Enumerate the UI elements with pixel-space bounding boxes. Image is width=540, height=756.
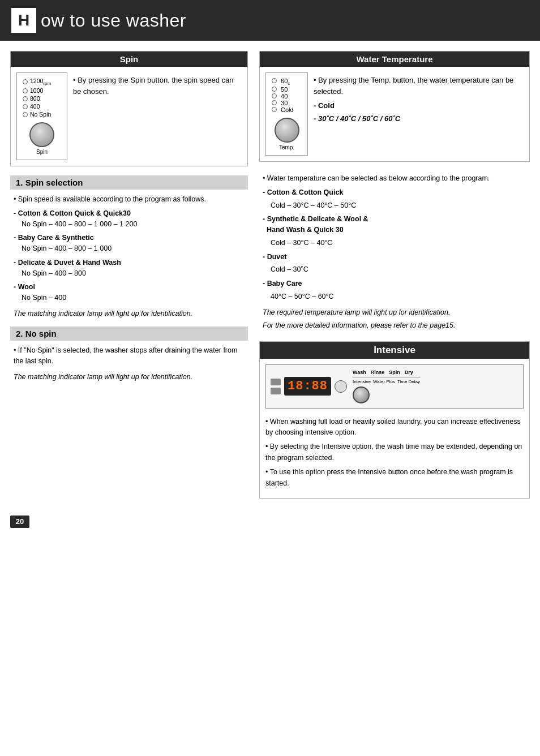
spin-note: The matching indicator lamp will light u…: [14, 309, 245, 319]
main-content: Spin 1200rpm 1000 800: [0, 51, 540, 499]
water-temp-body: 60c 50 40 30: [260, 67, 529, 161]
tab-wash: Wash: [353, 370, 366, 375]
sub-waterplus: Water Plus: [373, 379, 395, 384]
rpm-1000: 1000: [23, 87, 61, 94]
rpm-circle: [23, 112, 28, 117]
temp-label: Cold: [281, 106, 294, 113]
rpm-circle: [23, 96, 28, 101]
spin-intro: • Spin speed is available according to t…: [14, 194, 245, 205]
water-temp-header: Water Temperature: [260, 51, 529, 67]
tab-row: Wash Rinse Spin Dry: [353, 370, 420, 377]
wt-cotton-label: - Cotton & Cotton Quick: [263, 187, 526, 198]
rpm-label: No Spin: [30, 111, 51, 118]
rpm-circle: [23, 79, 28, 84]
wt-synthetic-sub: Cold – 30°C – 40°C: [263, 238, 526, 248]
spin-selection-title: 1. Spin selection: [10, 175, 248, 190]
spin-selection-section: 1. Spin selection • Spin speed is availa…: [10, 175, 248, 319]
spin-knob-label: Spin: [23, 149, 61, 155]
rpm-label: 1000: [30, 87, 43, 94]
temp-label: 50: [281, 86, 288, 93]
water-temp-details: • Water temperature can be selected as b…: [259, 171, 530, 336]
temp-circle: [272, 100, 277, 105]
sub-timedelay: Time Delay: [397, 379, 420, 384]
temp-knob[interactable]: [275, 118, 299, 143]
intensive-display: 18:88 Wash Rinse Spin Dry Intensive Wate…: [265, 364, 524, 409]
intensive-header: Intensive: [260, 342, 529, 359]
intensive-bullet-2: By selecting the Intensive option, the w…: [265, 441, 524, 463]
intensive-bullet-3: To use this option press the Intensive b…: [265, 467, 524, 489]
temp-circle: [272, 93, 277, 98]
temp-50: 50: [272, 86, 302, 93]
display-dial-icon: [335, 380, 347, 393]
sub-intensive: Intensive: [353, 379, 371, 384]
rpm-nospin: No Spin: [23, 111, 61, 118]
no-spin-desc: • If "No Spin" is selected, the washer s…: [14, 345, 245, 367]
display-center-icon: [335, 380, 347, 393]
display-right-tabs: Wash Rinse Spin Dry Intensive Water Plus…: [353, 370, 420, 403]
page-number-wrap: 20: [0, 516, 540, 528]
wt-note2: For the more detailed information, pleas…: [263, 321, 526, 331]
cold-label: - Cold: [314, 100, 524, 111]
spin-delicate-sub: No Spin – 400 – 800: [14, 268, 245, 279]
wt-synthetic-label: - Synthetic & Delicate & Wool & Hand Was…: [263, 214, 526, 235]
rpm-label: 400: [30, 103, 40, 110]
wt-cotton-sub: Cold – 30°C – 40°C – 50°C: [263, 200, 526, 211]
header-letter: H: [18, 11, 29, 29]
water-temp-info: • By pressing the Temp. button, the wate…: [314, 72, 524, 125]
temp-range: - 30˚C / 40˚C / 50˚C / 60˚C: [314, 113, 524, 124]
temp-label: 40: [281, 93, 288, 100]
temp-label: 30: [281, 100, 288, 106]
spin-wool-sub: No Spin – 400: [14, 293, 245, 303]
temp-indicator: 60c 50 40 30: [265, 72, 308, 156]
lcd-display: 18:88: [284, 377, 331, 396]
tab-spin: Spin: [389, 370, 400, 375]
wt-babycare-sub: 40°C – 50°C – 60°C: [263, 291, 526, 302]
spin-selection-content: • Spin speed is available according to t…: [10, 194, 248, 319]
spin-indicator: 1200rpm 1000 800 400: [16, 72, 67, 160]
rpm-800: 800: [23, 95, 61, 102]
left-column: Spin 1200rpm 1000 800: [10, 51, 248, 499]
temp-circle: [272, 87, 277, 92]
intensive-dial[interactable]: [353, 386, 370, 403]
rpm-circle: [23, 104, 28, 109]
spin-babycare-label: - Baby Care & Synthetic: [14, 233, 245, 243]
spin-wool-label: - Wool: [14, 282, 245, 293]
intensive-bullet-1: When washing full load or heavily soiled…: [265, 416, 524, 439]
page-header: H ow to use washer: [0, 0, 540, 41]
temp-60: 60c: [272, 78, 302, 86]
rpm-label: 800: [30, 95, 40, 102]
display-icon-1: [271, 379, 281, 385]
display-icon-2: [271, 388, 281, 394]
no-spin-content: • If "No Spin" is selected, the washer s…: [10, 345, 248, 382]
temp-circle: [272, 78, 277, 83]
rpm-1200: 1200rpm: [23, 78, 61, 86]
spin-box: Spin 1200rpm 1000 800: [10, 51, 248, 166]
right-column: Water Temperature 60c 50 40: [259, 51, 530, 499]
spin-cotton-sub: No Spin – 400 – 800 – 1 000 – 1 200: [14, 219, 245, 230]
no-spin-note: The matching indicator lamp will light u…: [14, 372, 245, 383]
temp-cold: Cold: [272, 106, 302, 113]
spin-knob[interactable]: [29, 122, 54, 147]
water-temp-intro: • Water temperature can be selected as b…: [263, 173, 526, 184]
wt-note1: The required temperature lamp will light…: [263, 308, 526, 318]
rpm-label: 1200rpm: [30, 78, 51, 86]
wt-duvet-sub: Cold – 30˚C: [263, 264, 526, 275]
wt-duvet-label: - Duvet: [263, 252, 526, 263]
sub-tab-row: Intensive Water Plus Time Delay: [353, 379, 420, 384]
spin-description: • By pressing the Spin button, the spin …: [73, 72, 242, 97]
spin-delicate-label: - Delicate & Duvet & Hand Wash: [14, 257, 245, 268]
spin-babycare-sub: No Spin – 400 – 800 – 1 000: [14, 243, 245, 254]
temp-knob-label: Temp.: [272, 144, 302, 151]
no-spin-section: 2. No spin • If "No Spin" is selected, t…: [10, 327, 248, 382]
intensive-section: Intensive 18:88 Wash Rinse Spin Dry: [259, 341, 530, 499]
water-desc: • By pressing the Temp. button, the wate…: [314, 75, 524, 97]
spin-body: 1200rpm 1000 800 400: [11, 67, 247, 166]
temp-30: 30: [272, 100, 302, 106]
rpm-circle: [23, 88, 28, 93]
spin-cotton-label: - Cotton & Cotton Quick & Quick30: [14, 208, 245, 219]
rpm-400: 400: [23, 103, 61, 110]
temp-knob-wrap: Temp.: [272, 118, 302, 151]
header-letter-box: H: [11, 8, 36, 33]
page-number: 20: [10, 516, 29, 528]
tab-rinse: Rinse: [371, 370, 385, 375]
